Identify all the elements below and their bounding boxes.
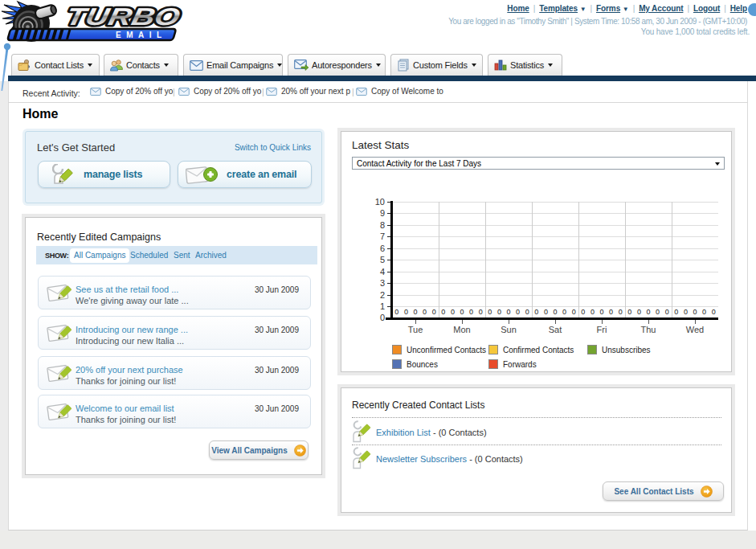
svg-text:0: 0 — [394, 308, 398, 316]
svg-text:4: 4 — [380, 267, 385, 277]
svg-text:Sat: Sat — [549, 325, 562, 334]
svg-text:0: 0 — [646, 308, 650, 316]
svg-text:Sun: Sun — [501, 325, 517, 334]
svg-text:7: 7 — [380, 231, 385, 241]
svg-text:0: 0 — [488, 308, 492, 316]
svg-text:Mon: Mon — [453, 325, 470, 334]
svg-text:0: 0 — [599, 308, 603, 316]
svg-text:0: 0 — [479, 308, 483, 316]
svg-text:2: 2 — [380, 290, 385, 300]
svg-text:0: 0 — [506, 308, 510, 316]
svg-text:0: 0 — [581, 308, 585, 316]
svg-text:0: 0 — [404, 308, 408, 316]
svg-text:0: 0 — [702, 308, 706, 316]
svg-text:Tue: Tue — [408, 325, 423, 334]
svg-text:0: 0 — [544, 308, 548, 316]
svg-text:0: 0 — [413, 308, 417, 316]
svg-text:0: 0 — [712, 308, 716, 316]
svg-text:0: 0 — [637, 308, 641, 316]
svg-text:0: 0 — [572, 308, 576, 316]
svg-text:0: 0 — [553, 308, 557, 316]
svg-text:0: 0 — [380, 313, 385, 322]
svg-text:1: 1 — [380, 301, 385, 311]
svg-text:Wed: Wed — [686, 325, 704, 334]
svg-text:0: 0 — [451, 308, 455, 316]
svg-text:Fri: Fri — [597, 325, 607, 334]
svg-text:3: 3 — [380, 278, 385, 288]
svg-text:EMAIL: EMAIL — [116, 31, 167, 39]
svg-text:0: 0 — [460, 308, 464, 316]
svg-text:5: 5 — [380, 255, 385, 264]
svg-text:6: 6 — [380, 244, 385, 253]
svg-text:8: 8 — [380, 220, 385, 230]
svg-text:0: 0 — [590, 308, 595, 316]
svg-text:0: 0 — [656, 308, 660, 316]
svg-text:0: 0 — [497, 308, 501, 316]
svg-text:0: 0 — [534, 308, 538, 316]
svg-text:TURBO: TURBO — [63, 3, 182, 30]
svg-text:10: 10 — [375, 197, 385, 207]
svg-text:0: 0 — [619, 308, 623, 316]
svg-text:0: 0 — [674, 308, 678, 316]
svg-text:0: 0 — [684, 308, 688, 316]
svg-text:0: 0 — [562, 308, 566, 316]
svg-text:0: 0 — [516, 308, 520, 316]
svg-text:0: 0 — [423, 308, 427, 316]
svg-text:0: 0 — [627, 308, 631, 316]
svg-text:0: 0 — [441, 308, 445, 316]
svg-text:0: 0 — [609, 308, 613, 316]
svg-text:0: 0 — [665, 308, 669, 316]
svg-text:0: 0 — [469, 308, 473, 316]
svg-text:0: 0 — [525, 308, 529, 316]
svg-text:9: 9 — [380, 208, 385, 218]
svg-text:0: 0 — [693, 308, 697, 316]
svg-text:0: 0 — [432, 308, 436, 316]
svg-text:Thu: Thu — [641, 325, 656, 334]
